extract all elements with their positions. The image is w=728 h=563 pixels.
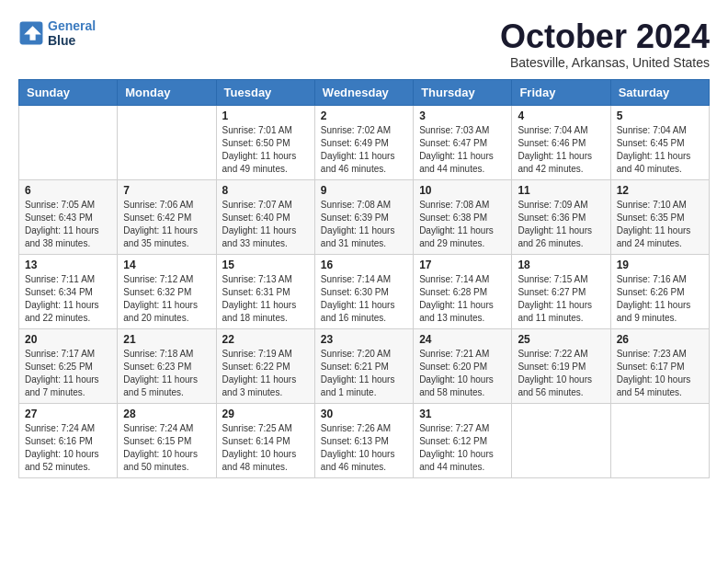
day-number: 7: [123, 184, 210, 197]
calendar-cell: 21Sunrise: 7:18 AM Sunset: 6:23 PM Dayli…: [118, 328, 216, 403]
calendar-cell: 13Sunrise: 7:11 AM Sunset: 6:34 PM Dayli…: [19, 254, 118, 328]
calendar-cell: 26Sunrise: 7:23 AM Sunset: 6:17 PM Dayli…: [610, 328, 709, 403]
day-number: 2: [321, 109, 407, 122]
weekday-header-row: SundayMondayTuesdayWednesdayThursdayFrid…: [19, 79, 710, 105]
calendar-cell: [512, 403, 610, 477]
day-info: Sunrise: 7:08 AM Sunset: 6:38 PM Dayligh…: [419, 199, 506, 250]
day-info: Sunrise: 7:16 AM Sunset: 6:26 PM Dayligh…: [617, 273, 703, 325]
calendar-week-row: 6Sunrise: 7:05 AM Sunset: 6:43 PM Daylig…: [19, 179, 710, 254]
day-number: 26: [617, 333, 703, 346]
day-info: Sunrise: 7:20 AM Sunset: 6:21 PM Dayligh…: [321, 348, 407, 399]
calendar-cell: 25Sunrise: 7:22 AM Sunset: 6:19 PM Dayli…: [512, 328, 610, 403]
day-info: Sunrise: 7:03 AM Sunset: 6:47 PM Dayligh…: [419, 124, 506, 176]
calendar-cell: 5Sunrise: 7:04 AM Sunset: 6:45 PM Daylig…: [610, 105, 709, 179]
calendar-cell: 22Sunrise: 7:19 AM Sunset: 6:22 PM Dayli…: [216, 328, 314, 403]
day-number: 31: [419, 408, 506, 420]
calendar-cell: 31Sunrise: 7:27 AM Sunset: 6:12 PM Dayli…: [414, 403, 512, 477]
day-info: Sunrise: 7:19 AM Sunset: 6:22 PM Dayligh…: [222, 348, 309, 399]
calendar-cell: [118, 105, 216, 179]
calendar-cell: 23Sunrise: 7:20 AM Sunset: 6:21 PM Dayli…: [314, 328, 413, 403]
day-number: 6: [25, 184, 111, 197]
day-number: 3: [419, 109, 506, 122]
day-number: 5: [617, 109, 703, 122]
day-info: Sunrise: 7:25 AM Sunset: 6:14 PM Dayligh…: [222, 422, 309, 474]
day-number: 28: [123, 408, 210, 420]
day-info: Sunrise: 7:09 AM Sunset: 6:36 PM Dayligh…: [518, 199, 604, 250]
calendar-cell: 20Sunrise: 7:17 AM Sunset: 6:25 PM Dayli…: [19, 328, 118, 403]
weekday-header-wednesday: Wednesday: [314, 79, 413, 105]
day-number: 15: [222, 259, 309, 271]
logo-icon: [18, 20, 44, 46]
calendar-cell: [19, 105, 118, 179]
day-number: 17: [419, 259, 506, 271]
calendar-title: October 2024: [500, 18, 710, 55]
day-number: 10: [419, 184, 506, 197]
weekday-header-sunday: Sunday: [19, 79, 118, 105]
day-info: Sunrise: 7:13 AM Sunset: 6:31 PM Dayligh…: [222, 273, 309, 325]
day-info: Sunrise: 7:24 AM Sunset: 6:15 PM Dayligh…: [123, 422, 210, 474]
day-info: Sunrise: 7:02 AM Sunset: 6:49 PM Dayligh…: [321, 124, 407, 176]
day-info: Sunrise: 7:10 AM Sunset: 6:35 PM Dayligh…: [617, 199, 703, 250]
calendar-cell: 27Sunrise: 7:24 AM Sunset: 6:16 PM Dayli…: [19, 403, 118, 477]
day-number: 14: [123, 259, 210, 271]
calendar-cell: [610, 403, 709, 477]
day-info: Sunrise: 7:06 AM Sunset: 6:42 PM Dayligh…: [123, 199, 210, 250]
calendar-cell: 3Sunrise: 7:03 AM Sunset: 6:47 PM Daylig…: [414, 105, 512, 179]
calendar-cell: 24Sunrise: 7:21 AM Sunset: 6:20 PM Dayli…: [414, 328, 512, 403]
day-info: Sunrise: 7:14 AM Sunset: 6:30 PM Dayligh…: [321, 273, 407, 325]
calendar-cell: 28Sunrise: 7:24 AM Sunset: 6:15 PM Dayli…: [118, 403, 216, 477]
weekday-header-monday: Monday: [118, 79, 216, 105]
day-number: 24: [419, 333, 506, 346]
calendar-cell: 2Sunrise: 7:02 AM Sunset: 6:49 PM Daylig…: [314, 105, 413, 179]
calendar-cell: 7Sunrise: 7:06 AM Sunset: 6:42 PM Daylig…: [118, 179, 216, 254]
weekday-header-thursday: Thursday: [414, 79, 512, 105]
weekday-header-tuesday: Tuesday: [216, 79, 314, 105]
title-block: October 2024 Batesville, Arkansas, Unite…: [500, 18, 710, 70]
day-info: Sunrise: 7:12 AM Sunset: 6:32 PM Dayligh…: [123, 273, 210, 325]
weekday-header-saturday: Saturday: [610, 79, 709, 105]
calendar-week-row: 27Sunrise: 7:24 AM Sunset: 6:16 PM Dayli…: [19, 403, 710, 477]
logo-blue: Blue: [48, 33, 75, 48]
day-number: 23: [321, 333, 407, 346]
day-info: Sunrise: 7:07 AM Sunset: 6:40 PM Dayligh…: [222, 199, 309, 250]
day-number: 22: [222, 333, 309, 346]
calendar-cell: 14Sunrise: 7:12 AM Sunset: 6:32 PM Dayli…: [118, 254, 216, 328]
day-info: Sunrise: 7:23 AM Sunset: 6:17 PM Dayligh…: [617, 348, 703, 399]
day-number: 4: [518, 109, 604, 122]
day-number: 8: [222, 184, 309, 197]
day-number: 30: [321, 408, 407, 420]
calendar-cell: 30Sunrise: 7:26 AM Sunset: 6:13 PM Dayli…: [314, 403, 413, 477]
day-number: 25: [518, 333, 604, 346]
calendar-cell: 11Sunrise: 7:09 AM Sunset: 6:36 PM Dayli…: [512, 179, 610, 254]
calendar-cell: 29Sunrise: 7:25 AM Sunset: 6:14 PM Dayli…: [216, 403, 314, 477]
logo-general: General: [48, 18, 96, 33]
page-header: General Blue October 2024 Batesville, Ar…: [18, 18, 710, 70]
day-info: Sunrise: 7:11 AM Sunset: 6:34 PM Dayligh…: [25, 273, 111, 325]
day-info: Sunrise: 7:01 AM Sunset: 6:50 PM Dayligh…: [222, 124, 309, 176]
calendar-table: SundayMondayTuesdayWednesdayThursdayFrid…: [18, 79, 710, 478]
day-info: Sunrise: 7:05 AM Sunset: 6:43 PM Dayligh…: [25, 199, 111, 250]
day-info: Sunrise: 7:21 AM Sunset: 6:20 PM Dayligh…: [419, 348, 506, 399]
day-number: 19: [617, 259, 703, 271]
day-info: Sunrise: 7:15 AM Sunset: 6:27 PM Dayligh…: [518, 273, 604, 325]
day-number: 21: [123, 333, 210, 346]
day-info: Sunrise: 7:18 AM Sunset: 6:23 PM Dayligh…: [123, 348, 210, 399]
calendar-cell: 16Sunrise: 7:14 AM Sunset: 6:30 PM Dayli…: [314, 254, 413, 328]
calendar-cell: 12Sunrise: 7:10 AM Sunset: 6:35 PM Dayli…: [610, 179, 709, 254]
calendar-cell: 1Sunrise: 7:01 AM Sunset: 6:50 PM Daylig…: [216, 105, 314, 179]
calendar-cell: 4Sunrise: 7:04 AM Sunset: 6:46 PM Daylig…: [512, 105, 610, 179]
day-number: 9: [321, 184, 407, 197]
day-info: Sunrise: 7:24 AM Sunset: 6:16 PM Dayligh…: [25, 422, 111, 474]
calendar-week-row: 20Sunrise: 7:17 AM Sunset: 6:25 PM Dayli…: [19, 328, 710, 403]
day-info: Sunrise: 7:17 AM Sunset: 6:25 PM Dayligh…: [25, 348, 111, 399]
logo: General Blue: [18, 18, 96, 48]
day-info: Sunrise: 7:04 AM Sunset: 6:46 PM Dayligh…: [518, 124, 604, 176]
calendar-cell: 19Sunrise: 7:16 AM Sunset: 6:26 PM Dayli…: [610, 254, 709, 328]
calendar-subtitle: Batesville, Arkansas, United States: [500, 55, 710, 70]
weekday-header-friday: Friday: [512, 79, 610, 105]
day-number: 12: [617, 184, 703, 197]
day-number: 18: [518, 259, 604, 271]
calendar-cell: 18Sunrise: 7:15 AM Sunset: 6:27 PM Dayli…: [512, 254, 610, 328]
day-number: 20: [25, 333, 111, 346]
calendar-cell: 10Sunrise: 7:08 AM Sunset: 6:38 PM Dayli…: [414, 179, 512, 254]
